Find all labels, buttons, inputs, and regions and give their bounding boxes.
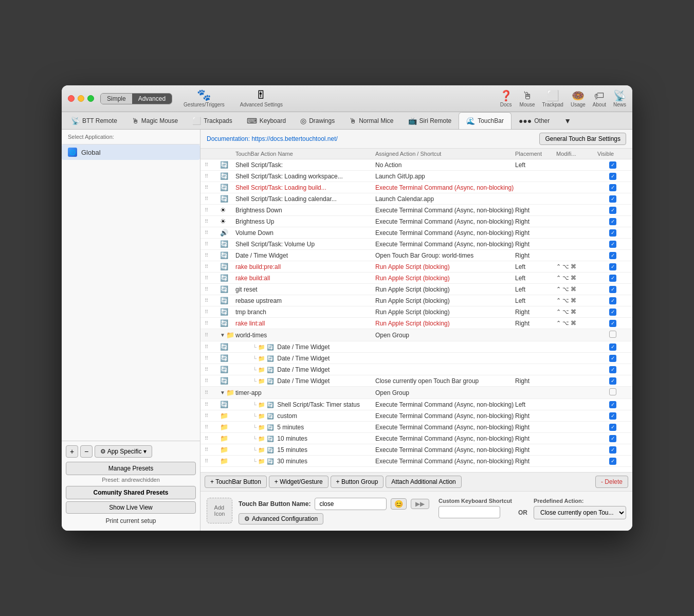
table-row[interactable]: ⠿ 🔄 rake build:all Run Apple Script (blo… [200,273,632,284]
table-row[interactable]: ⠿ ☀ Brightness Down Execute Terminal Com… [200,205,632,216]
advanced-mode-button[interactable]: Advanced [132,94,172,104]
visible-check[interactable]: ✓ [597,412,628,420]
mouse-icon-group[interactable]: 🖱 Mouse [520,90,535,107]
table-row[interactable]: ⠿ ▼ 📁 world-times Open Group [200,329,632,341]
doc-link[interactable]: Documentation: https://docs.bettertoucht… [207,135,338,142]
add-app-button[interactable]: + [66,445,78,458]
add-widget-button[interactable]: + Widget/Gesture [269,476,328,488]
simple-mode-button[interactable]: Simple [101,94,132,104]
expand-icon[interactable]: ▼ [220,332,225,338]
minimize-button[interactable] [78,95,84,102]
tab-other[interactable]: ●●● Other [512,112,557,129]
visible-check[interactable]: ✓ [597,184,628,191]
table-row[interactable]: ⠿ 📁 └ 📁🔄 15 minutes Execute Terminal Com… [200,444,632,456]
table-row[interactable]: ⠿ 🔄 └ 📁🔄 Date / Time Widget ✓ [200,364,632,375]
print-button[interactable]: Print current setup [66,515,196,527]
table-row[interactable]: ⠿ 🔄 └ 📁🔄 Date / Time Widget ✓ [200,353,632,364]
visible-check[interactable]: ✓ [597,457,628,465]
visible-check[interactable]: ✓ [597,319,628,327]
expand-icon[interactable]: ▼ [220,390,225,395]
visible-check[interactable]: ✓ [597,297,628,304]
table-row[interactable]: ⠿ ☀ Brightness Up Execute Terminal Comma… [200,216,632,227]
table-row[interactable]: ⠿ 🔄 git reset Run Apple Script (blocking… [200,284,632,295]
visible-check[interactable]: ✓ [597,161,628,169]
table-row[interactable]: ⠿ 🔄 └ 📁🔄 Date / Time Widget Close curren… [200,375,632,387]
table-row[interactable]: ⠿ 📁 └ 📁🔄 5 minutes Execute Terminal Comm… [200,422,632,433]
attach-action-button[interactable]: Attach Additional Action [386,476,461,488]
tab-siri-remote[interactable]: 📺 Siri Remote [401,112,459,129]
visible-check[interactable]: ✓ [597,377,628,385]
table-row[interactable]: ⠿ 🔄 └ 📁🔄 Shell Script/Task: Timer status… [200,399,632,410]
add-group-button[interactable]: + Button Group [331,476,384,488]
table-row[interactable]: ⠿ 📁 └ 📁🔄 30 minutes Execute Terminal Com… [200,456,632,467]
visible-check[interactable]: ✓ [597,172,628,180]
community-presets-button[interactable]: Comunity Shared Presets [66,486,196,499]
delete-button[interactable]: - Delete [595,476,628,488]
gestures-triggers-icon[interactable]: 🐾 Gestures/Triggers [176,87,232,110]
skip-button[interactable]: ▶▶ [411,499,429,509]
tab-drawings[interactable]: ◎ Drawings [293,112,342,129]
docs-icon-group[interactable]: ❓ Docs [500,89,513,107]
advanced-settings-icon[interactable]: 🎚 Advanced Settings [233,87,290,110]
visible-check[interactable]: ✓ [597,343,628,351]
visible-check[interactable]: ✓ [597,263,628,270]
table-row[interactable]: ⠿ 🔄 rake lint:all Run Apple Script (bloc… [200,318,632,329]
table-row[interactable]: ⠿ 🔄 rebase upstream Run Apple Script (bl… [200,295,632,306]
sidebar-item-global[interactable]: 🌐 Global [62,144,200,160]
table-row[interactable]: ⠿ ▼ 📁 timer-app Open Group [200,387,632,399]
table-row[interactable]: ⠿ 🔄 Shell Script/Task: Loading workspace… [200,171,632,182]
predefined-select[interactable]: Close currently open Tou... [534,506,626,519]
visible-check[interactable]: ✓ [597,218,628,225]
visible-check[interactable]: ✓ [597,240,628,248]
tab-filter[interactable]: ▼ [557,112,578,129]
table-row[interactable]: ⠿ 📁 └ 📁🔄 custom Execute Terminal Command… [200,410,632,422]
table-row[interactable]: ⠿ 🔊 Volume Down Execute Terminal Command… [200,227,632,239]
visible-check[interactable] [597,388,628,397]
manage-presets-button[interactable]: Manage Presets [66,462,196,475]
table-row[interactable]: ⠿ 🔄 Shell Script/Task: Loading calendar.… [200,193,632,205]
tab-touchbar[interactable]: 🌊 TouchBar [459,112,512,130]
table-row[interactable]: ⠿ 🔄 Shell Script/Task: No Action Left ✓ [200,159,632,171]
visible-check[interactable]: ✓ [597,401,628,408]
advanced-config-button[interactable]: ⚙ Advanced Configuration [239,513,323,524]
remove-app-button[interactable]: − [80,445,93,458]
add-touchbar-button[interactable]: + TouchBar Button [205,476,267,488]
tab-normal-mice[interactable]: 🖱 Normal Mice [342,112,400,129]
visible-check[interactable]: ✓ [597,446,628,454]
visible-check[interactable]: ✓ [597,354,628,362]
table-row[interactable]: ⠿ 🔄 tmp branch Run Apple Script (blockin… [200,306,632,318]
news-icon-group[interactable]: 📡 News [613,89,626,107]
add-icon-button[interactable]: AddIcon [207,498,232,523]
app-specific-button[interactable]: ⚙ App Specific ▾ [95,445,152,458]
usage-icon-group[interactable]: 🍩 Usage [571,89,586,107]
general-settings-button[interactable]: General Touch Bar Settings [539,133,626,145]
shortcut-input[interactable] [439,506,500,518]
maximize-button[interactable] [87,95,94,102]
table-row[interactable]: ⠿ 🔄 └ 📁🔄 Date / Time Widget ✓ [200,341,632,353]
emoji-button[interactable]: 😊 [391,498,407,510]
visible-check[interactable] [597,331,628,339]
trackpad-icon-group[interactable]: ⬜ Trackpad [542,89,563,107]
visible-check[interactable]: ✓ [597,285,628,293]
visible-check[interactable]: ✓ [597,229,628,237]
visible-check[interactable]: ✓ [597,206,628,214]
visible-check[interactable]: ✓ [597,366,628,373]
table-row[interactable]: ⠿ 🔄 Shell Script/Task: Loading build... … [200,182,632,193]
table-row[interactable]: ⠿ 🔄 Shell Script/Task: Volume Up Execute… [200,239,632,250]
name-field-input[interactable] [315,498,387,510]
tab-trackpads[interactable]: ⬜ Trackpads [185,112,240,129]
about-icon-group[interactable]: 🏷 About [593,90,606,107]
table-row[interactable]: ⠿ 🔄 Date / Time Widget Open Touch Bar Gr… [200,250,632,261]
visible-check[interactable]: ✓ [597,195,628,203]
table-row[interactable]: ⠿ 🔄 rake build:pre:all Run Apple Script … [200,261,632,273]
show-live-view-button[interactable]: Show Live View [66,501,196,514]
tab-keyboard[interactable]: ⌨ Keyboard [240,112,293,129]
visible-check[interactable]: ✓ [597,308,628,316]
table-row[interactable]: ⠿ 📁 └ 📁🔄 10 minutes Execute Terminal Com… [200,433,632,444]
tab-magic-mouse[interactable]: 🖱 Magic Mouse [124,112,185,129]
close-button[interactable] [68,95,75,102]
visible-check[interactable]: ✓ [597,423,628,431]
visible-check[interactable]: ✓ [597,251,628,259]
tab-btt-remote[interactable]: 📡 BTT Remote [64,112,124,129]
visible-check[interactable]: ✓ [597,434,628,442]
